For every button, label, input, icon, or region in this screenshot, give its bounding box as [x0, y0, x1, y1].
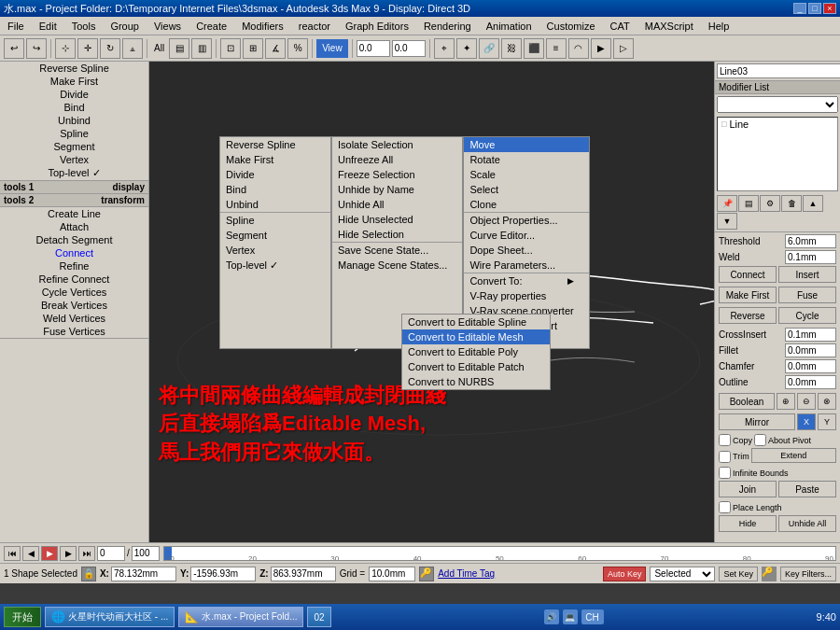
menu-tools[interactable]: Tools — [68, 20, 100, 33]
fuse-btn[interactable]: Fuse — [778, 287, 836, 303]
menu-cat[interactable]: CAT — [607, 20, 634, 33]
mirror-x-btn[interactable]: X — [797, 413, 816, 430]
menu-file[interactable]: File — [4, 20, 28, 33]
ctx-hide-unsel[interactable]: Hide Unselected — [332, 212, 462, 227]
ctx-bind[interactable]: Bind — [220, 182, 330, 197]
taskbar-item-02[interactable]: 02 — [307, 607, 330, 627]
crossinsert-input[interactable] — [785, 328, 836, 342]
bool-union-btn[interactable]: ⊕ — [777, 393, 795, 410]
right-cfg-btn[interactable]: ⚙ — [760, 195, 780, 212]
unhide-all-btn[interactable]: Unhide All — [778, 515, 836, 532]
btn-make-first[interactable]: Make First — [0, 75, 148, 88]
menu-create[interactable]: Create — [192, 20, 231, 33]
ctx-rotate[interactable]: Rotate — [464, 152, 588, 167]
toolbar-select[interactable]: ⊹ — [55, 38, 76, 59]
btn-attach[interactable]: Attach — [0, 220, 148, 233]
btn-cycle-vert[interactable]: Cycle Vertices — [0, 286, 148, 299]
z-input[interactable] — [271, 567, 336, 581]
fillet-input[interactable] — [785, 343, 836, 357]
toolbar-mirror[interactable]: ⬛ — [524, 38, 544, 59]
btn-top-level[interactable]: Top-level ✓ — [0, 166, 148, 180]
grid-input[interactable] — [369, 567, 415, 581]
btn-refine-connect[interactable]: Refine Connect — [0, 273, 148, 286]
toolbar-move[interactable]: ✛ — [77, 38, 98, 59]
cycle-btn[interactable]: Cycle — [778, 307, 836, 324]
threshold-input[interactable] — [785, 234, 836, 248]
submenu-nurbs[interactable]: Convert to NURBS — [402, 374, 550, 389]
toolbar-btn2[interactable]: ▥ — [191, 38, 212, 59]
ctx-convert-to[interactable]: Convert To: ▶ — [464, 273, 588, 288]
taskbar-item-3dsmax[interactable]: 📐 水.max - Project Fold... — [178, 607, 303, 627]
chamfer-input[interactable] — [785, 359, 836, 373]
ctx-obj-props[interactable]: Object Properties... — [464, 212, 588, 228]
btn-weld-vert[interactable]: Weld Vertices — [0, 312, 148, 325]
ctx-spline[interactable]: Spline — [220, 212, 330, 228]
toolbar-filter[interactable]: ⊡ — [220, 38, 241, 59]
menu-maxscript[interactable]: MAXScript — [641, 20, 697, 33]
ctx-manage-scene[interactable]: Manage Scene States... — [332, 258, 462, 273]
btn-divide[interactable]: Divide — [0, 88, 148, 101]
weld-input[interactable] — [785, 250, 836, 264]
toolbar-btn1[interactable]: ▤ — [169, 38, 189, 59]
toolbar-field1[interactable] — [357, 40, 390, 57]
bool-intersect-btn[interactable]: ⊗ — [818, 393, 836, 410]
menu-views[interactable]: Views — [150, 20, 185, 33]
toolbar-magnet[interactable]: ⌖ — [434, 38, 455, 59]
systray-lang-icon[interactable]: CH — [581, 609, 604, 624]
btn-spline[interactable]: Spline — [0, 127, 148, 140]
y-input[interactable] — [190, 567, 256, 581]
frame-total-input[interactable] — [132, 546, 160, 561]
btn-break-vert[interactable]: Break Vertices — [0, 299, 148, 312]
close-button[interactable]: × — [823, 3, 836, 14]
outline-input[interactable] — [785, 375, 836, 389]
right-show-btn[interactable]: ▤ — [738, 195, 759, 212]
ctx-move[interactable]: Move — [464, 137, 588, 152]
infinite-bounds-checkbox[interactable] — [719, 467, 731, 479]
extend-btn[interactable]: Extend — [751, 448, 836, 463]
start-button[interactable]: 开始 — [4, 607, 41, 627]
toolbar-render2[interactable]: ▷ — [613, 38, 634, 59]
ctx-unfreeze-all[interactable]: Unfreeze All — [332, 152, 462, 167]
toolbar-cross[interactable]: ✦ — [456, 38, 477, 59]
btn-bind[interactable]: Bind — [0, 101, 148, 114]
right-pin-btn[interactable]: 📌 — [717, 195, 737, 212]
toolbar-scale[interactable]: ⟁ — [122, 38, 143, 59]
btn-segment[interactable]: Segment — [0, 140, 148, 153]
toolbar-view-btn[interactable]: View — [316, 39, 348, 58]
trim-checkbox[interactable] — [719, 451, 731, 463]
ctx-clone[interactable]: Clone — [464, 197, 588, 212]
mirror-y-btn[interactable]: Y — [818, 413, 836, 430]
mirror-btn[interactable]: Mirror — [719, 413, 795, 430]
anim-prev-frame[interactable]: ◀ — [22, 546, 39, 561]
ctx-unhide-all[interactable]: Unhide All — [332, 197, 462, 212]
ctx-hide-sel[interactable]: Hide Selection — [332, 227, 462, 242]
insert-btn[interactable]: Insert — [778, 266, 836, 283]
ctx-divide[interactable]: Divide — [220, 167, 330, 182]
auto-key-btn[interactable]: Auto Key — [603, 567, 647, 581]
menu-group[interactable]: Group — [106, 20, 143, 33]
viewport[interactable]: Perspective X Y — [149, 62, 714, 542]
toolbar-align[interactable]: ≡ — [546, 38, 567, 59]
right-move-dn-btn[interactable]: ▼ — [717, 213, 737, 230]
submenu-editable-patch[interactable]: Convert to Editable Patch — [402, 359, 550, 374]
toolbar-unlink[interactable]: ⛓ — [501, 38, 522, 59]
toolbar-snap[interactable]: ⊞ — [243, 38, 263, 59]
anim-prev-key[interactable]: ⏮ — [4, 546, 21, 561]
systray-network-icon[interactable]: 💻 — [563, 609, 578, 624]
systray-volume-icon[interactable]: 🔊 — [544, 609, 559, 624]
btn-connect[interactable]: Connect — [0, 246, 148, 259]
place-length-checkbox[interactable] — [719, 501, 731, 513]
ctx-unbind[interactable]: Unbind — [220, 197, 330, 212]
btn-refine[interactable]: Refine — [0, 259, 148, 273]
selection-dropdown[interactable]: Selected — [650, 567, 715, 581]
menu-help[interactable]: Help — [705, 20, 734, 33]
btn-reverse-spline[interactable]: Reverse Spline — [0, 62, 148, 75]
btn-fuse-vert[interactable]: Fuse Vertices — [0, 325, 148, 338]
anim-next-key[interactable]: ⏭ — [78, 546, 95, 561]
ctx-make-first[interactable]: Make First — [220, 152, 330, 167]
btn-detach-seg[interactable]: Detach Segment — [0, 233, 148, 246]
submenu-editable-mesh[interactable]: Convert to Editable Mesh — [402, 329, 550, 344]
anim-play[interactable]: ▶ — [41, 546, 58, 561]
btn-unbind[interactable]: Unbind — [0, 114, 148, 127]
set-key-btn[interactable]: Set Key — [719, 567, 758, 581]
